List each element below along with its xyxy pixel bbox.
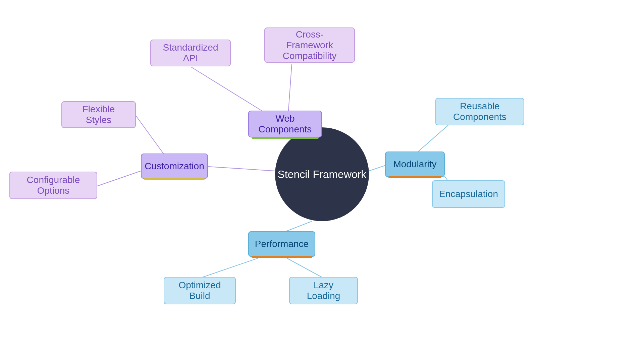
modularity-bar [388, 176, 441, 178]
center-label: Stencil Framework [278, 168, 367, 181]
performance-label: Performance [255, 239, 309, 249]
customization-node: Customization [141, 154, 208, 179]
reusable-components-node: Reusable Components [435, 98, 524, 125]
web-components-node: Web Components [248, 111, 322, 137]
lazy-loading-node: Lazy Loading [289, 277, 358, 304]
svg-line-3 [208, 167, 275, 171]
flexible-styles-node: Flexible Styles [61, 101, 136, 128]
web-components-bar [252, 137, 319, 139]
modularity-node: Modularity [385, 152, 445, 177]
cross-framework-node: Cross-Framework Compatibility [264, 27, 355, 63]
svg-line-9 [369, 165, 386, 171]
customization-bar [144, 178, 205, 180]
svg-line-5 [97, 171, 141, 186]
flexible-styles-label: Flexible Styles [70, 104, 127, 125]
optimized-build-label: Optimized Build [172, 280, 227, 301]
web-components-label: Web Components [257, 113, 313, 135]
modularity-label: Modularity [393, 159, 436, 170]
optimized-build-node: Optimized Build [164, 277, 236, 304]
customization-label: Customization [145, 161, 204, 172]
svg-line-8 [287, 258, 324, 278]
standardized-api-label: Standardized API [159, 42, 222, 64]
encapsulation-label: Encapsulation [439, 189, 498, 199]
reusable-components-label: Reusable Components [444, 101, 516, 122]
encapsulation-node: Encapsulation [432, 180, 505, 208]
configurable-options-label: Configurable Options [18, 175, 89, 196]
center-node: Stencil Framework [275, 127, 369, 221]
configurable-options-node: Configurable Options [9, 172, 97, 199]
svg-line-4 [136, 116, 164, 155]
cross-framework-label: Cross-Framework Compatibility [273, 29, 346, 61]
performance-node: Performance [248, 231, 315, 257]
svg-line-7 [200, 258, 258, 278]
svg-line-1 [191, 67, 262, 111]
performance-bar [252, 256, 312, 258]
lazy-loading-label: Lazy Loading [298, 280, 349, 301]
svg-line-2 [288, 64, 292, 111]
standardized-api-node: Standardized API [150, 40, 231, 66]
